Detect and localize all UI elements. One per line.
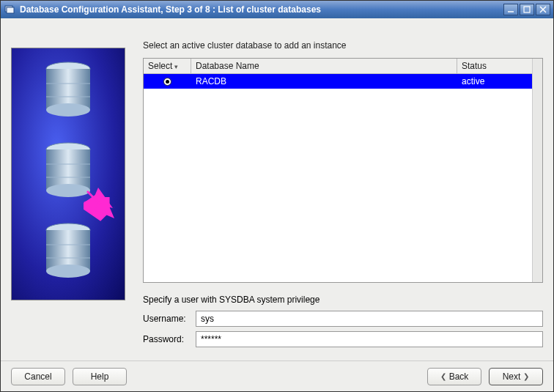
main-panel: Select an active cluster database to add… — [143, 40, 543, 352]
column-header-select[interactable]: Select — [144, 59, 191, 73]
credentials-prompt: Specify a user with SYSDBA system privil… — [143, 295, 543, 305]
password-label: Password: — [143, 334, 196, 344]
cluster-database-table: Select Database Name Status RACDB active — [143, 58, 543, 283]
wizard-side-graphic — [11, 48, 125, 300]
table-body: RACDB active — [144, 74, 532, 282]
table-header: Select Database Name Status — [144, 59, 532, 74]
window-title: Database Configuration Assistant, Step 3… — [20, 4, 503, 15]
radio-button[interactable] — [163, 78, 171, 86]
vertical-scrollbar[interactable] — [532, 59, 542, 282]
svg-rect-1 — [7, 7, 14, 13]
window-controls — [503, 4, 550, 15]
svg-point-18 — [46, 265, 90, 278]
svg-marker-23 — [86, 191, 114, 218]
row-database-name: RACDB — [191, 75, 457, 88]
username-input[interactable] — [196, 311, 543, 327]
username-label: Username: — [143, 314, 196, 324]
table-row[interactable]: RACDB active — [144, 74, 532, 89]
credentials-section: Specify a user with SYSDBA system privil… — [143, 295, 543, 352]
titlebar: Database Configuration Assistant, Step 3… — [1, 1, 553, 18]
maximize-button[interactable] — [520, 4, 534, 15]
help-button[interactable]: Help — [73, 368, 127, 385]
pointer-arrow-icon — [85, 189, 122, 228]
back-button[interactable]: ❮Back — [427, 368, 481, 385]
svg-point-8 — [46, 103, 90, 117]
instruction-text: Select an active cluster database to add… — [143, 40, 543, 51]
svg-rect-3 — [524, 7, 530, 12]
content-area: Select an active cluster database to add… — [1, 18, 553, 360]
column-header-status[interactable]: Status — [457, 59, 532, 73]
cancel-button[interactable]: Cancel — [11, 368, 65, 385]
app-icon — [4, 4, 15, 15]
next-button[interactable]: Next❯ — [489, 368, 543, 385]
chevron-left-icon: ❮ — [440, 372, 446, 380]
window: Database Configuration Assistant, Step 3… — [0, 0, 554, 392]
minimize-button[interactable] — [503, 4, 518, 15]
button-bar: Cancel Help ❮Back Next❯ — [1, 360, 553, 391]
password-input[interactable] — [196, 331, 543, 347]
chevron-right-icon: ❯ — [523, 372, 529, 380]
column-header-name[interactable]: Database Name — [191, 59, 457, 73]
row-status: active — [457, 75, 532, 88]
close-button[interactable] — [536, 4, 550, 15]
